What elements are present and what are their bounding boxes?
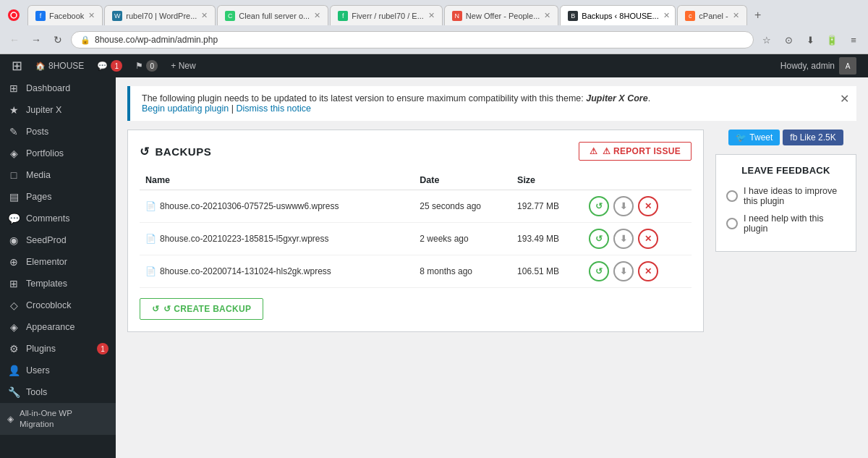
sidebar-item-portfolios[interactable]: ◈ Portfolios xyxy=(0,143,116,164)
sidebar-item-plugins[interactable]: ⚙ Plugins 1 xyxy=(0,338,116,360)
backups-title: ↺ BACKUPS xyxy=(140,145,211,158)
restore-button[interactable]: ↺ xyxy=(589,196,609,216)
begin-updating-link[interactable]: Begin updating plugin xyxy=(142,103,229,114)
elementor-icon: ⊕ xyxy=(7,256,20,268)
col-size-header: Size xyxy=(511,171,583,190)
download-button[interactable]: ⬇ xyxy=(613,196,634,216)
forward-button[interactable]: → xyxy=(27,31,45,48)
sidebar-item-crocoblock[interactable]: ◇ Crocoblock xyxy=(0,294,116,316)
restore-button[interactable]: ↺ xyxy=(589,229,609,249)
url-text: 8house.co/wp-admin/admin.php xyxy=(95,35,218,45)
seedprod-icon: ◉ xyxy=(7,234,20,246)
sidebar-item-templates[interactable]: ⊞ Templates xyxy=(0,273,116,294)
notice-text: The following plugin needs to be updated… xyxy=(142,93,650,114)
adminbar-updates[interactable]: ⚑ 0 xyxy=(129,54,163,77)
wp-layout: ⊞ Dashboard ★ Jupiter X ✎ Posts ◈ Portfo… xyxy=(0,77,868,458)
tab-facebook[interactable]: f Facebook ✕ xyxy=(27,5,103,25)
sidebar-item-all-in-one[interactable]: ◈ All-in-One WP Migration xyxy=(0,403,116,435)
sidebar-item-jupiterx[interactable]: ★ Jupiter X xyxy=(0,99,116,121)
delete-button[interactable]: ✕ xyxy=(638,261,658,281)
tab-wordpress[interactable]: W rubel70 | WordPre... ✕ xyxy=(104,5,216,25)
adminbar-comments[interactable]: 💬 1 xyxy=(91,54,128,77)
dismiss-notice-link[interactable]: Dismiss this notice xyxy=(236,103,311,114)
notice-close-button[interactable]: ✕ xyxy=(840,92,849,106)
download-button[interactable]: ⬇ xyxy=(613,229,634,249)
like-button[interactable]: fb Like 2.5K xyxy=(783,130,843,145)
backup-size-cell: 193.49 MB xyxy=(511,223,583,255)
menu-button[interactable]: ≡ xyxy=(845,31,862,48)
lock-icon: 🔒 xyxy=(80,35,90,45)
plugins-badge: 1 xyxy=(97,343,109,355)
address-bar: ← → ↻ 🔒 8house.co/wp-admin/admin.php ☆ ⊙… xyxy=(0,26,868,54)
wp-sidebar: ⊞ Dashboard ★ Jupiter X ✎ Posts ◈ Portfo… xyxy=(0,77,116,458)
table-row: 📄 8house.co-20210306-075725-uswww6.wpres… xyxy=(140,190,692,223)
feedback-option-help[interactable]: I need help with this plugin xyxy=(726,213,846,234)
admin-avatar: A xyxy=(839,57,856,75)
download-button[interactable]: ⬇ xyxy=(801,31,819,48)
back-button[interactable]: ← xyxy=(6,31,23,48)
tab-close-fiverr[interactable]: ✕ xyxy=(428,11,435,20)
tab-clean-server[interactable]: C Clean full server o... ✕ xyxy=(217,5,328,25)
tab-favicon-new-offer: N xyxy=(452,11,462,21)
sidebar-item-tools[interactable]: 🔧 Tools xyxy=(0,381,116,403)
backup-date-cell: 2 weeks ago xyxy=(414,223,511,255)
sidebar-item-users[interactable]: 👤 Users xyxy=(0,360,116,381)
sidebar-item-comments[interactable]: 💬 Comments xyxy=(0,208,116,229)
table-row: 📄 8house.co-20200714-131024-hls2gk.wpres… xyxy=(140,255,692,288)
backups-header: ↺ BACKUPS ⚠ ⚠ REPORT ISSUE xyxy=(140,142,692,161)
sidebar-item-appearance[interactable]: ◈ Appearance xyxy=(0,316,116,338)
tab-close-facebook[interactable]: ✕ xyxy=(88,11,95,20)
file-icon: 📄 xyxy=(145,234,156,244)
url-bar[interactable]: 🔒 8house.co/wp-admin/admin.php xyxy=(71,31,754,48)
reload-button[interactable]: ↻ xyxy=(49,31,67,48)
history-button[interactable]: ⊙ xyxy=(780,31,797,48)
backup-size-cell: 106.51 MB xyxy=(511,255,583,288)
portfolios-icon: ◈ xyxy=(7,148,20,159)
wp-main-content: The following plugin needs to be updated… xyxy=(116,77,868,458)
radio-help[interactable] xyxy=(726,218,738,229)
delete-button[interactable]: ✕ xyxy=(638,229,658,249)
delete-button[interactable]: ✕ xyxy=(638,196,658,216)
battery-icon: 🔋 xyxy=(823,31,841,48)
adminbar-site-name[interactable]: 🏠 8HOUSE xyxy=(30,54,90,77)
sidebar-item-media[interactable]: □ Media xyxy=(0,164,116,186)
download-button[interactable]: ⬇ xyxy=(613,261,634,281)
col-name-header: Name xyxy=(140,171,414,190)
tab-favicon-wordpress: W xyxy=(112,11,122,21)
tweet-button[interactable]: 🐦 Tweet xyxy=(728,130,780,145)
tab-cpanel[interactable]: c cPanel - ✕ xyxy=(677,5,746,25)
tab-favicon-facebook: f xyxy=(35,11,46,21)
tab-close-backups[interactable]: ✕ xyxy=(663,11,670,20)
sidebar-item-pages[interactable]: ▤ Pages xyxy=(0,186,116,208)
main-content-area: ↺ BACKUPS ⚠ ⚠ REPORT ISSUE Name Date xyxy=(116,121,868,341)
sidebar-item-seedprod[interactable]: ◉ SeedProd xyxy=(0,229,116,251)
file-icon: 📄 xyxy=(145,201,156,211)
tab-favicon-clean-server: C xyxy=(225,11,235,21)
tab-fiverr[interactable]: f Fiverr / rubel70 / E... ✕ xyxy=(330,5,443,25)
tab-close-wordpress[interactable]: ✕ xyxy=(201,11,208,20)
restore-button[interactable]: ↺ xyxy=(589,261,609,281)
tab-close-new-offer[interactable]: ✕ xyxy=(544,11,550,20)
backups-table: Name Date Size 📄 8 xyxy=(140,171,692,288)
feedback-title: LEAVE FEEDBACK xyxy=(726,165,846,176)
tab-new-offer[interactable]: N New Offer - People... ✕ xyxy=(444,5,559,25)
feedback-option-ideas[interactable]: I have ideas to improve this plugin xyxy=(726,186,846,206)
sidebar-item-elementor[interactable]: ⊕ Elementor xyxy=(0,251,116,273)
adminbar-new[interactable]: + New xyxy=(165,54,201,77)
bookmark-button[interactable]: ☆ xyxy=(758,31,775,48)
adminbar-wp-logo[interactable]: ⊞ xyxy=(6,54,28,77)
tools-icon: 🔧 xyxy=(7,386,20,398)
sidebar-item-dashboard[interactable]: ⊞ Dashboard xyxy=(0,77,116,99)
tab-backups[interactable]: B Backups ‹ 8HOUSE... ✕ xyxy=(560,5,676,25)
speech-bubble-icon: 💬 xyxy=(97,61,108,71)
flag-icon: ⚑ xyxy=(135,61,143,71)
create-backup-button[interactable]: ↺ ↺ CREATE BACKUP xyxy=(140,298,263,320)
sidebar-item-posts[interactable]: ✎ Posts xyxy=(0,121,116,143)
tab-close-clean-server[interactable]: ✕ xyxy=(314,11,320,20)
radio-ideas[interactable] xyxy=(726,190,738,202)
new-tab-button[interactable]: + xyxy=(749,6,767,25)
report-issue-button[interactable]: ⚠ ⚠ REPORT ISSUE xyxy=(579,142,692,161)
backups-panel: ↺ BACKUPS ⚠ ⚠ REPORT ISSUE Name Date xyxy=(127,130,704,332)
tab-close-cpanel[interactable]: ✕ xyxy=(733,11,739,20)
adminbar-howdy[interactable]: Howdy, admin A xyxy=(775,57,862,75)
